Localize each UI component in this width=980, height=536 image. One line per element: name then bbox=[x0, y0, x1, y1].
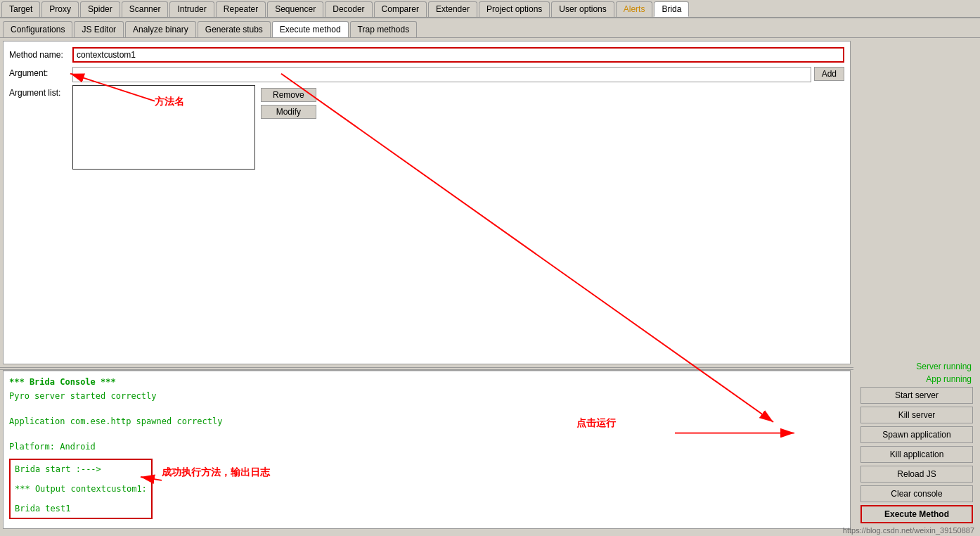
console-line-4 bbox=[9, 429, 844, 439]
subtab-configurations[interactable]: Configurations bbox=[3, 21, 72, 37]
url-bar: https://blog.csdn.net/weixin_39150887 bbox=[843, 526, 974, 535]
console-line-3: Application com.ese.http spawned correct… bbox=[9, 416, 844, 426]
right-sidebar: Server running App running Start server … bbox=[853, 38, 980, 532]
console-box-line-3: *** Output contextcustom1: bbox=[15, 484, 147, 494]
method-name-input[interactable] bbox=[72, 47, 844, 63]
tab-project-options[interactable]: Project options bbox=[479, 1, 550, 17]
subtab-trap-methods[interactable]: Trap methods bbox=[350, 21, 418, 37]
tab-spider[interactable]: Spider bbox=[80, 1, 120, 17]
app-running-status: App running bbox=[926, 374, 972, 384]
argument-row: Argument: Add bbox=[9, 67, 844, 82]
console-output-box: Brida start :---> *** Output contextcust… bbox=[9, 459, 153, 519]
subtab-analyze-binary[interactable]: Analyze binary bbox=[125, 21, 196, 37]
tab-sequencer[interactable]: Sequencer bbox=[267, 1, 323, 17]
kill-server-button[interactable]: Kill server bbox=[860, 407, 973, 423]
clear-console-button[interactable]: Clear console bbox=[860, 485, 973, 502]
subtab-execute-method[interactable]: Execute method bbox=[272, 21, 349, 37]
argument-list-box bbox=[72, 85, 255, 170]
method-name-row: Method name: bbox=[9, 47, 844, 63]
modify-button[interactable]: Modify bbox=[261, 105, 316, 119]
tab-comparer[interactable]: Comparer bbox=[374, 1, 427, 17]
kill-application-button[interactable]: Kill application bbox=[860, 446, 973, 463]
argument-label: Argument: bbox=[9, 67, 72, 78]
console-panel: *** Brida Console *** Pyro server starte… bbox=[3, 370, 851, 529]
subtab-js-editor[interactable]: JS Editor bbox=[74, 21, 124, 37]
execute-method-panel: Method name: Argument: Add Argument list… bbox=[3, 41, 851, 364]
tab-brida[interactable]: Brida bbox=[654, 1, 689, 17]
subtab-generate-stubs[interactable]: Generate stubs bbox=[198, 21, 271, 37]
argument-list-label: Argument list: bbox=[9, 85, 72, 98]
argument-list-row: Argument list: Remove Modify bbox=[9, 85, 844, 170]
tab-scanner[interactable]: Scanner bbox=[122, 1, 169, 17]
top-tab-bar: Target Proxy Spider Scanner Intruder Rep… bbox=[0, 0, 980, 18]
console-line-2 bbox=[9, 404, 844, 414]
console-line-5: Platform: Android bbox=[9, 442, 844, 452]
argument-input[interactable] bbox=[72, 67, 811, 82]
execute-area: Method name: Argument: Add Argument list… bbox=[4, 42, 850, 175]
spawn-application-button[interactable]: Spawn application bbox=[860, 426, 973, 443]
tab-decoder[interactable]: Decoder bbox=[325, 1, 372, 17]
add-button[interactable]: Add bbox=[814, 67, 844, 81]
server-running-status: Server running bbox=[916, 362, 972, 371]
main-container: Method name: Argument: Add Argument list… bbox=[0, 38, 980, 532]
app-wrapper: Target Proxy Spider Scanner Intruder Rep… bbox=[0, 0, 980, 536]
console-title: *** Brida Console *** bbox=[9, 377, 844, 387]
method-name-label: Method name: bbox=[9, 50, 72, 60]
tab-alerts[interactable]: Alerts bbox=[616, 1, 653, 17]
tab-intruder[interactable]: Intruder bbox=[169, 1, 214, 17]
console-box-line-4 bbox=[15, 494, 147, 504]
console-box-line-1: Brida start :---> bbox=[15, 464, 147, 474]
tab-proxy[interactable]: Proxy bbox=[41, 1, 79, 17]
sub-tab-bar: Configurations JS Editor Analyze binary … bbox=[0, 18, 980, 38]
console-box-line-2 bbox=[15, 474, 147, 484]
console-line-1: Pyro server started correctly bbox=[9, 391, 844, 401]
console-area: *** Brida Console *** Pyro server starte… bbox=[4, 371, 850, 528]
remove-button[interactable]: Remove bbox=[261, 88, 316, 102]
console-box-line-5: Brida test1 bbox=[15, 504, 147, 513]
tab-repeater[interactable]: Repeater bbox=[216, 1, 266, 17]
tab-extender[interactable]: Extender bbox=[428, 1, 477, 17]
start-server-button[interactable]: Start server bbox=[860, 387, 973, 404]
reload-js-button[interactable]: Reload JS bbox=[860, 466, 973, 483]
tab-user-options[interactable]: User options bbox=[551, 1, 614, 17]
argument-list-container: Remove Modify bbox=[72, 85, 316, 170]
tab-target[interactable]: Target bbox=[1, 1, 40, 17]
arglist-buttons: Remove Modify bbox=[261, 85, 316, 170]
execute-method-button[interactable]: Execute Method bbox=[860, 505, 973, 523]
